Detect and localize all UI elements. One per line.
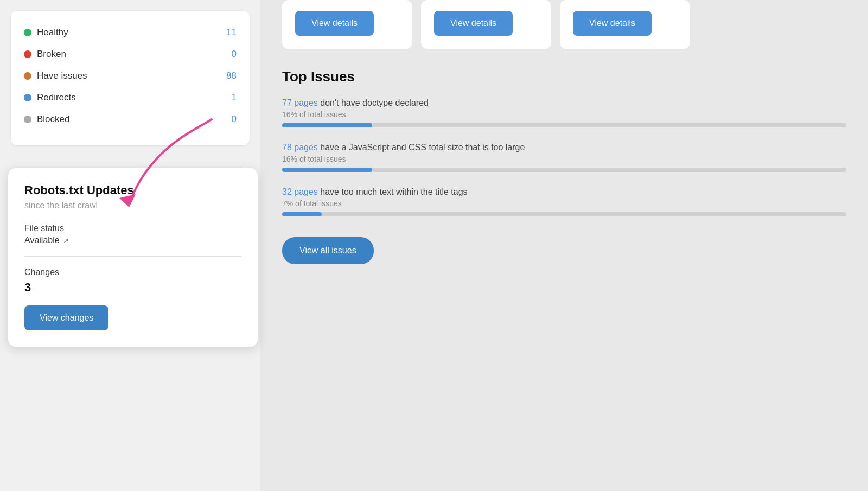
issue-1-link[interactable]: 77 pages <box>282 98 318 107</box>
healthy-dot <box>24 29 31 36</box>
issue-3-link[interactable]: 32 pages <box>282 187 318 196</box>
right-panel: View details View details View details T… <box>260 0 868 491</box>
blocked-dot <box>24 116 31 123</box>
top-issues-section: Top Issues 77 pages don't have doctype d… <box>282 68 846 264</box>
file-status-value[interactable]: Available ↗ <box>24 235 241 245</box>
have-issues-label: Have issues <box>37 71 87 81</box>
issue-3-progress-fill <box>282 212 322 216</box>
broken-count: 0 <box>232 49 237 60</box>
detail-card-2: View details <box>421 0 551 49</box>
status-item-broken: Broken 0 <box>24 43 237 65</box>
issue-2-link[interactable]: 78 pages <box>282 143 318 152</box>
redirects-label: Redirects <box>37 92 76 103</box>
issue-item-2: 78 pages have a JavaScript and CSS total… <box>282 143 846 172</box>
redirects-dot <box>24 94 31 101</box>
divider <box>24 256 241 257</box>
top-cards-row: View details View details View details <box>282 0 846 49</box>
healthy-label: Healthy <box>37 27 68 38</box>
robots-txt-popup: Robots.txt Updates since the last crawl … <box>8 168 258 347</box>
issue-1-progress-fill <box>282 123 372 127</box>
broken-dot <box>24 50 31 58</box>
blocked-label: Blocked <box>37 114 69 125</box>
status-item-have-issues: Have issues 88 <box>24 65 237 87</box>
issue-1-percent: 16% of total issues <box>282 110 846 119</box>
detail-card-1: View details <box>282 0 412 49</box>
issue-1-description: don't have doctype declared <box>320 98 429 107</box>
issue-2-percent: 16% of total issues <box>282 155 846 163</box>
status-item-redirects: Redirects 1 <box>24 87 237 109</box>
have-issues-count: 88 <box>226 71 237 81</box>
issue-3-progress-track <box>282 212 846 216</box>
changes-value: 3 <box>24 280 241 295</box>
left-panel: Healthy 11 Broken 0 Have issues 88 Redir… <box>0 0 260 491</box>
redirects-count: 1 <box>232 92 237 103</box>
file-status-label: File status <box>24 224 241 233</box>
issue-3-percent: 7% of total issues <box>282 199 846 208</box>
issue-item-1: 77 pages don't have doctype declared 16%… <box>282 98 846 127</box>
view-details-button-2[interactable]: View details <box>434 11 513 36</box>
external-link-icon: ↗ <box>63 237 69 245</box>
blocked-count: 0 <box>232 114 237 125</box>
broken-label: Broken <box>37 49 66 60</box>
view-all-issues-button[interactable]: View all issues <box>282 237 374 264</box>
top-issues-title: Top Issues <box>282 68 846 85</box>
issue-item-3: 32 pages have too much text within the t… <box>282 187 846 216</box>
detail-card-3: View details <box>560 0 690 49</box>
view-details-button-1[interactable]: View details <box>295 11 374 36</box>
changes-label: Changes <box>24 267 241 277</box>
status-card: Healthy 11 Broken 0 Have issues 88 Redir… <box>11 11 250 145</box>
issue-1-progress-track <box>282 123 846 127</box>
status-item-blocked: Blocked 0 <box>24 109 237 130</box>
have-issues-dot <box>24 72 31 80</box>
view-changes-button[interactable]: View changes <box>24 305 108 330</box>
status-item-healthy: Healthy 11 <box>24 22 237 43</box>
issue-2-description: have a JavaScript and CSS total size tha… <box>320 143 525 152</box>
issue-2-progress-fill <box>282 168 372 172</box>
healthy-count: 11 <box>226 27 237 38</box>
popup-title: Robots.txt Updates <box>24 183 241 197</box>
view-details-button-3[interactable]: View details <box>573 11 652 36</box>
popup-subtitle: since the last crawl <box>24 201 241 211</box>
issue-2-progress-track <box>282 168 846 172</box>
issue-3-description: have too much text within the title tags <box>320 187 467 196</box>
